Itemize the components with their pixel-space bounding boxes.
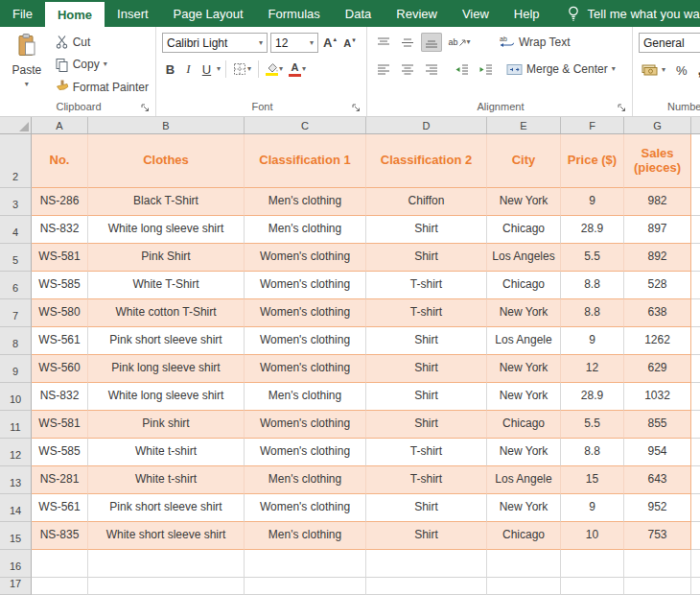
align-top-button[interactable] xyxy=(373,33,394,52)
copy-dropdown-caret[interactable]: ▾ xyxy=(104,60,107,68)
cell-G3[interactable]: 982 xyxy=(624,188,691,216)
cell-C4[interactable]: Men's clothing xyxy=(245,216,366,244)
format-painter-button[interactable]: Format Painter xyxy=(52,79,152,95)
tab-view[interactable]: View xyxy=(450,0,502,27)
cell-B3[interactable]: Black T-Shirt xyxy=(88,188,245,216)
cell-C2[interactable]: Classification 1 xyxy=(245,134,366,188)
row-number-16[interactable]: 16 xyxy=(0,550,32,578)
cell-D14[interactable]: Shirt xyxy=(366,494,487,522)
wrap-text-button[interactable]: ab Wrap Text xyxy=(500,36,571,49)
cell-E11[interactable]: Chicago xyxy=(487,411,561,439)
borders-button[interactable]: ▾ xyxy=(231,60,253,79)
row-number-10[interactable]: 10 xyxy=(0,383,32,411)
cell-G16[interactable] xyxy=(624,550,691,578)
paste-dropdown-caret[interactable]: ▾ xyxy=(25,81,29,88)
cell-E12[interactable]: New York xyxy=(487,439,561,466)
cell-A12[interactable]: WS-585 xyxy=(32,439,88,466)
cell-C3[interactable]: Men's clothing xyxy=(245,188,366,216)
cell-G13[interactable]: 643 xyxy=(624,466,691,494)
cell-C6[interactable]: Women's clothing xyxy=(245,272,366,299)
row-number-5[interactable]: 5 xyxy=(0,244,32,272)
fill-color-button[interactable]: ▾ xyxy=(264,60,285,79)
cell-E13[interactable]: Los Angele xyxy=(487,466,561,494)
decrease-indent-button[interactable] xyxy=(451,60,472,79)
cell-F3[interactable]: 9 xyxy=(561,188,624,216)
align-left-button[interactable] xyxy=(373,60,394,79)
cell-F4[interactable]: 28.9 xyxy=(561,216,624,244)
cell-E7[interactable]: New York xyxy=(487,299,561,327)
cell-D16[interactable] xyxy=(366,550,487,578)
cell-F15[interactable]: 10 xyxy=(561,522,624,550)
row-number-7[interactable]: 7 xyxy=(0,299,32,327)
cell-E8[interactable]: Los Angele xyxy=(487,327,561,355)
row-number-14[interactable]: 14 xyxy=(0,494,32,522)
cell-D15[interactable]: Shirt xyxy=(366,522,487,550)
cell-G17[interactable] xyxy=(624,578,691,595)
cell-G5[interactable]: 892 xyxy=(624,244,691,272)
row-number-9[interactable]: 9 xyxy=(0,355,32,383)
cell-D5[interactable]: Shirt xyxy=(366,244,487,272)
underline-button[interactable]: U xyxy=(198,60,215,79)
cell-B5[interactable]: Pink Shirt xyxy=(88,244,245,272)
cell-B14[interactable]: Pink short sleeve shirt xyxy=(88,494,245,522)
font-color-button[interactable]: A ▾ xyxy=(287,60,308,79)
cell-A4[interactable]: NS-832 xyxy=(32,216,88,244)
bold-button[interactable]: B xyxy=(162,60,178,79)
cell-A3[interactable]: NS-286 xyxy=(32,188,88,216)
cell-D3[interactable]: Chiffon xyxy=(366,188,487,216)
cell-A17[interactable] xyxy=(32,578,88,595)
font-dialog-launcher-icon[interactable] xyxy=(351,103,362,113)
cell-B7[interactable]: White cotton T-Shirt xyxy=(88,299,245,327)
cell-E15[interactable]: Chicago xyxy=(487,522,561,550)
tab-help[interactable]: Help xyxy=(502,0,552,27)
percent-style-button[interactable]: % xyxy=(673,62,690,79)
align-middle-button[interactable] xyxy=(397,33,418,52)
cell-F7[interactable]: 8.8 xyxy=(561,299,624,327)
cell-G15[interactable]: 753 xyxy=(624,522,691,550)
column-header-e[interactable]: E xyxy=(487,117,561,133)
tab-formulas[interactable]: Formulas xyxy=(256,0,333,27)
cell-G12[interactable]: 954 xyxy=(624,439,691,466)
cell-F11[interactable]: 5.5 xyxy=(561,411,624,439)
cell-B2[interactable]: Clothes xyxy=(88,134,245,188)
cell-C10[interactable]: Men's clothing xyxy=(245,383,366,411)
cell-E5[interactable]: Los Angeles xyxy=(487,244,561,272)
cell-D11[interactable]: Shirt xyxy=(366,411,487,439)
cell-G9[interactable]: 629 xyxy=(624,355,691,383)
column-header-b[interactable]: B xyxy=(88,117,245,133)
cell-A10[interactable]: NS-832 xyxy=(32,383,88,411)
cell-E16[interactable] xyxy=(487,550,561,578)
cell-E10[interactable]: New York xyxy=(487,383,561,411)
align-bottom-button[interactable] xyxy=(421,33,442,52)
cell-F10[interactable]: 28.9 xyxy=(561,383,624,411)
cell-G7[interactable]: 638 xyxy=(624,299,691,327)
align-center-button[interactable] xyxy=(397,60,418,79)
cell-G6[interactable]: 528 xyxy=(624,272,691,299)
cell-C15[interactable]: Men's clothing xyxy=(245,522,366,550)
cell-A9[interactable]: WS-560 xyxy=(32,355,88,383)
font-size-select[interactable]: 12 ▾ xyxy=(270,33,318,53)
cell-G4[interactable]: 897 xyxy=(624,216,691,244)
cell-B16[interactable] xyxy=(88,550,245,578)
cell-G11[interactable]: 855 xyxy=(624,411,691,439)
cell-C16[interactable] xyxy=(245,550,366,578)
cell-C14[interactable]: Women's clothing xyxy=(245,494,366,522)
row-number-15[interactable]: 15 xyxy=(0,522,32,550)
cell-D9[interactable]: Shirt xyxy=(366,355,487,383)
clipboard-dialog-launcher-icon[interactable] xyxy=(140,103,151,113)
column-header-g[interactable]: G xyxy=(624,117,691,133)
cell-B11[interactable]: Pink shirt xyxy=(88,411,245,439)
cell-E3[interactable]: New York xyxy=(487,188,561,216)
merge-center-button[interactable]: Merge & Center ▾ xyxy=(506,62,616,76)
cell-F2[interactable]: Price ($) xyxy=(561,134,624,188)
cell-F16[interactable] xyxy=(561,550,624,578)
cell-E14[interactable]: New York xyxy=(487,494,561,522)
cell-F14[interactable]: 9 xyxy=(561,494,624,522)
cell-F8[interactable]: 9 xyxy=(561,327,624,355)
cell-G8[interactable]: 1262 xyxy=(624,327,691,355)
cell-G14[interactable]: 952 xyxy=(624,494,691,522)
cell-F5[interactable]: 5.5 xyxy=(561,244,624,272)
cell-C17[interactable] xyxy=(245,578,366,595)
italic-button[interactable]: I xyxy=(180,60,197,79)
cell-A13[interactable]: NS-281 xyxy=(32,466,88,494)
